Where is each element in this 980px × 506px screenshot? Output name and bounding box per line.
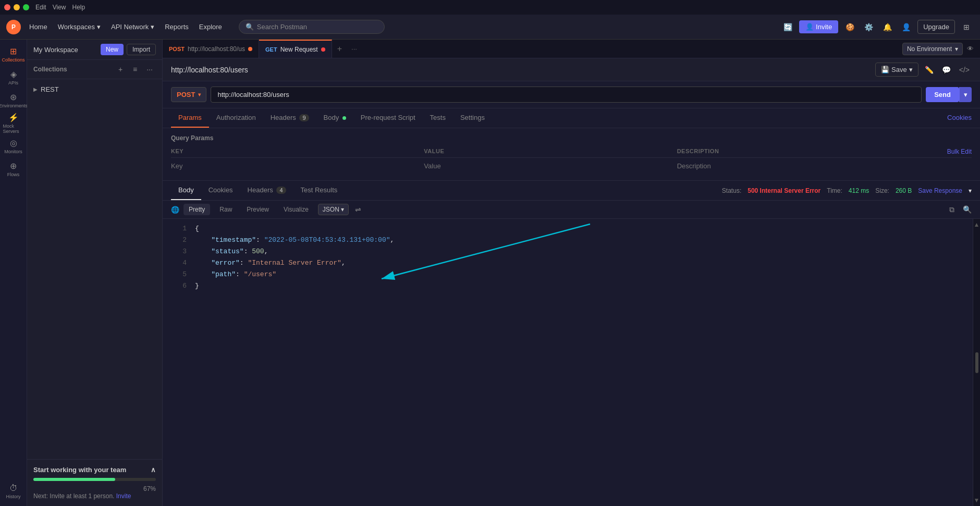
sidebar-item-history[interactable]: ⏱ History xyxy=(3,481,24,502)
key-input[interactable] xyxy=(171,160,420,172)
environment-selector: No Environment ▾ 👁 xyxy=(896,43,980,55)
sync-icon[interactable]: 🔄 xyxy=(780,20,795,34)
scroll-up-icon[interactable]: ▲ xyxy=(974,221,980,228)
save-response-button[interactable]: Save Response xyxy=(918,187,962,194)
history-label: History xyxy=(6,494,20,499)
description-input[interactable] xyxy=(677,160,926,172)
top-bar: P Home Workspaces ▾ API Network ▾ Report… xyxy=(0,15,980,40)
save-response-chevron[interactable]: ▾ xyxy=(969,187,972,194)
window-close[interactable] xyxy=(4,4,10,10)
req-tab-settings[interactable]: Settings xyxy=(453,108,492,128)
save-button[interactable]: 💾 Save ▾ xyxy=(875,63,918,77)
comment-icon[interactable]: 💬 xyxy=(940,64,953,76)
save-icon: 💾 xyxy=(881,66,889,73)
collapse-btn[interactable]: ∧ xyxy=(151,466,156,474)
apis-icon: ◈ xyxy=(10,69,17,79)
menu-help[interactable]: Help xyxy=(72,4,85,11)
params-empty-row xyxy=(171,158,972,174)
nav-api-network[interactable]: API Network ▾ xyxy=(107,21,158,33)
copy-btn[interactable]: ⧉ xyxy=(949,205,954,214)
menu-view[interactable]: View xyxy=(53,4,66,11)
req-tab-authorization[interactable]: Authorization xyxy=(209,108,263,128)
history-icon: ⏱ xyxy=(9,484,18,493)
code-line-3: 3 "status": 500, xyxy=(163,246,980,257)
eye-icon[interactable]: 👁 xyxy=(967,45,974,53)
filter-collections-btn[interactable]: ≡ xyxy=(129,63,141,76)
method-select[interactable]: POST ▾ xyxy=(171,87,206,102)
nav-explore[interactable]: Explore xyxy=(195,21,226,33)
cookie-icon[interactable]: 🍪 xyxy=(842,20,857,34)
view-pretty-btn[interactable]: Pretty xyxy=(183,204,210,215)
value-input[interactable] xyxy=(424,160,672,172)
resp-tab-cookies[interactable]: Cookies xyxy=(201,181,240,200)
chevron-down-icon: ▾ xyxy=(97,23,101,31)
window-controls[interactable] xyxy=(4,4,29,10)
vertical-scrollbar[interactable]: ▲ ▼ xyxy=(973,219,980,506)
sidebar-item-monitors[interactable]: ◎ Monitors xyxy=(3,135,24,156)
more-tabs-button[interactable]: ··· xyxy=(347,45,361,53)
import-button[interactable]: Import xyxy=(127,44,156,55)
req-tab-headers[interactable]: Headers 9 xyxy=(263,108,316,128)
tab-label-get: New Request xyxy=(280,46,318,53)
invite-link[interactable]: Invite xyxy=(116,492,131,500)
panel-header: My Workspace New Import xyxy=(27,40,162,60)
environments-label: Environments xyxy=(0,103,28,108)
method-url-input-bar: POST ▾ Send ▾ xyxy=(163,81,980,108)
menu-edit[interactable]: Edit xyxy=(35,4,46,11)
search-bar[interactable]: 🔍 Search Postman xyxy=(239,20,385,34)
scroll-down-icon[interactable]: ▼ xyxy=(974,497,980,504)
sidebar-item-apis[interactable]: ◈ APIs xyxy=(3,67,24,88)
apis-label: APIs xyxy=(8,80,18,85)
nav-reports[interactable]: Reports xyxy=(161,21,193,33)
bulk-edit-btn[interactable]: Bulk Edit xyxy=(930,148,972,155)
view-raw-btn[interactable]: Raw xyxy=(214,204,237,215)
cookies-link[interactable]: Cookies xyxy=(947,108,972,128)
tab-method-post: POST xyxy=(169,46,185,52)
add-collection-btn[interactable]: + xyxy=(114,63,127,76)
mock-servers-label: Mock Servers xyxy=(3,124,24,134)
user-avatar[interactable]: 👤 xyxy=(899,20,913,34)
req-tab-body[interactable]: Body xyxy=(316,108,353,128)
req-tab-params[interactable]: Params xyxy=(171,108,209,128)
sidebar-item-environments[interactable]: ⊛ Environments xyxy=(3,90,24,110)
resp-tab-test-results[interactable]: Test Results xyxy=(293,181,345,200)
send-button[interactable]: Send xyxy=(926,87,959,102)
flows-icon: ⊕ xyxy=(10,161,17,171)
environment-dropdown[interactable]: No Environment ▾ xyxy=(902,43,963,55)
resp-tab-body[interactable]: Body xyxy=(171,181,201,200)
format-select[interactable]: JSON ▾ xyxy=(318,204,349,215)
view-visualize-btn[interactable]: Visualize xyxy=(278,204,314,215)
view-preview-btn[interactable]: Preview xyxy=(241,204,274,215)
sidebar-item-flows[interactable]: ⊕ Flows xyxy=(3,158,24,179)
resp-tab-headers[interactable]: Headers 4 xyxy=(240,181,293,200)
send-dropdown-button[interactable]: ▾ xyxy=(959,87,972,102)
req-tab-tests[interactable]: Tests xyxy=(423,108,453,128)
sidebar-item-mock-servers[interactable]: ⚡ Mock Servers xyxy=(3,113,24,133)
params-table: KEY VALUE DESCRIPTION Bulk Edit xyxy=(171,146,972,174)
add-tab-button[interactable]: + xyxy=(332,44,347,54)
tab-get-new-request[interactable]: GET New Request xyxy=(259,40,332,58)
upgrade-button[interactable]: Upgrade xyxy=(917,20,955,34)
notification-icon[interactable]: 🔔 xyxy=(880,20,895,34)
tab-post-localhost[interactable]: POST http://localhost:80/us xyxy=(163,40,259,58)
params-section: Query Params KEY VALUE DESCRIPTION Bulk … xyxy=(163,128,980,180)
search-response-btn[interactable]: 🔍 xyxy=(963,205,972,214)
url-input[interactable] xyxy=(211,87,922,103)
scroll-thumb[interactable] xyxy=(975,352,978,373)
window-maximize[interactable] xyxy=(23,4,29,10)
req-tab-pre-request[interactable]: Pre-request Script xyxy=(353,108,423,128)
window-minimize[interactable] xyxy=(14,4,20,10)
new-button[interactable]: New xyxy=(101,44,124,55)
expand-icon[interactable]: ⊞ xyxy=(959,20,974,34)
edit-icon[interactable]: ✏️ xyxy=(923,64,936,76)
filter-btn[interactable]: ⇌ xyxy=(355,205,361,214)
more-collections-btn[interactable]: ··· xyxy=(143,63,156,76)
sidebar-item-collections[interactable]: ⊞ Collections xyxy=(3,44,24,65)
request-url-bar: http://localhost:80/users 💾 Save ▾ ✏️ 💬 … xyxy=(163,58,980,81)
nav-home[interactable]: Home xyxy=(25,21,52,33)
invite-button[interactable]: 👤 Invite xyxy=(799,20,838,33)
nav-workspaces[interactable]: Workspaces ▾ xyxy=(54,21,105,33)
code-icon[interactable]: </> xyxy=(957,64,972,76)
settings-icon[interactable]: ⚙️ xyxy=(861,20,876,34)
tree-item-rest[interactable]: ▶ REST xyxy=(27,83,162,95)
